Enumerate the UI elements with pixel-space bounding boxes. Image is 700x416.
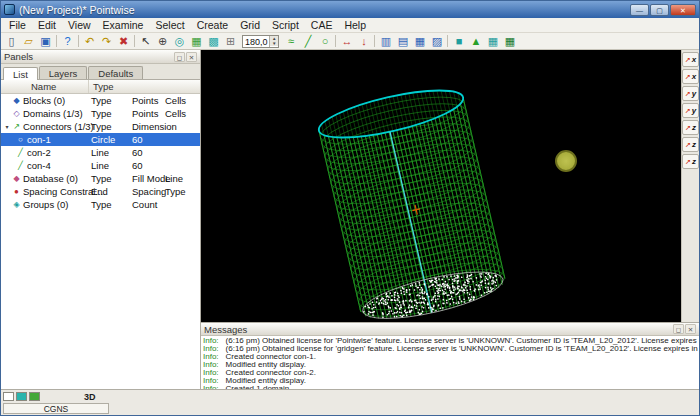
examine-mesh-icon[interactable]: ▦ (484, 34, 501, 49)
messages-close-icon[interactable]: ✕ (685, 324, 696, 334)
toolbar-separator (335, 35, 336, 47)
axis-letter: x (692, 72, 696, 81)
menu-file[interactable]: File (3, 18, 32, 32)
menu-grid[interactable]: Grid (234, 18, 266, 32)
rotation-angle-value: 180,0 (243, 36, 269, 47)
tree-row-label: con-2 (27, 147, 51, 158)
minimize-button[interactable]: — (630, 4, 649, 16)
dimension-mode-label: 3D (84, 392, 96, 402)
save-icon[interactable]: ▣ (37, 34, 54, 49)
new-file-icon[interactable]: ▯ (3, 34, 20, 49)
join-connector-icon[interactable]: ▤ (394, 34, 411, 49)
tree-row-con-4[interactable]: ╱con-4Line60 (1, 159, 200, 172)
maximize-button[interactable]: ▢ (650, 4, 669, 16)
entity-tree: ◆Blocks (0)TypePointsCells◇Domains (1/3)… (1, 94, 200, 389)
spin-down-icon[interactable]: ▼ (270, 41, 278, 46)
tree-row-col: Count (132, 199, 157, 210)
tab-layers[interactable]: Layers (39, 66, 88, 79)
extrude-icon[interactable]: ▲ (467, 34, 484, 49)
view-y-button-3[interactable]: ↗y (682, 103, 699, 118)
show-points-icon[interactable]: ▩ (205, 34, 222, 49)
menu-help[interactable]: Help (338, 18, 372, 32)
axis-arrow-icon: ↗ (685, 107, 691, 115)
unstructured-domain-icon[interactable]: ▨ (428, 34, 445, 49)
measure-icon[interactable]: ⊞ (222, 34, 239, 49)
view-x-button-1[interactable]: ↗x (682, 69, 699, 84)
toolbar-separator (374, 35, 375, 47)
view-y-button-2[interactable]: ↗y (682, 86, 699, 101)
tree-row-label: Database (0) (23, 173, 78, 184)
menu-edit[interactable]: Edit (32, 18, 62, 32)
menu-cae[interactable]: CAE (305, 18, 339, 32)
messages-log[interactable]: Info:(6:16 pm) Obtained license for 'Poi… (201, 336, 699, 389)
tab-list[interactable]: List (3, 67, 38, 80)
view-z-button-5[interactable]: ↗z (682, 137, 699, 152)
view-z-button-6[interactable]: ↗z (682, 154, 699, 169)
help-question-icon[interactable]: ? (59, 34, 76, 49)
tree-row-spacing-constrai-[interactable]: ●Spacing Constrai...EndSpacingType (1, 185, 200, 198)
create-circle-icon[interactable]: ○ (316, 34, 333, 49)
center-rotation-icon[interactable]: ◎ (171, 34, 188, 49)
tree-row-con-1[interactable]: ○con-1Circle60 (1, 133, 200, 146)
rotation-angle-input[interactable]: 180,0▲▼ (242, 35, 279, 48)
panel-close-icon[interactable]: ✕ (186, 52, 197, 62)
view-z-button-4[interactable]: ↗z (682, 120, 699, 135)
delete-icon[interactable]: ✖ (115, 34, 132, 49)
status-swatch-2 (29, 392, 40, 401)
menu-bar: FileEditViewExamineSelectCreateGridScrip… (1, 18, 699, 33)
spinner-arrows[interactable]: ▲▼ (269, 36, 278, 47)
show-grid-icon[interactable]: ▦ (188, 34, 205, 49)
view-orientation-toolbar: ↗x↗x↗y↗y↗z↗z↗z (681, 50, 699, 322)
title-bar[interactable]: (New Project)* Pointwise — ▢ ✕ (1, 1, 699, 18)
menu-examine[interactable]: Examine (97, 18, 150, 32)
axis-letter: z (692, 123, 696, 132)
axis-letter: y (692, 89, 696, 98)
tree-row-groups-0-[interactable]: ◈Groups (0)TypeCount (1, 198, 200, 211)
panel-float-icon[interactable]: ◻ (174, 52, 185, 62)
tree-row-blocks-0-[interactable]: ◆Blocks (0)TypePointsCells (1, 94, 200, 107)
display-viewport[interactable] (201, 50, 681, 322)
tree-row-domains-1-3-[interactable]: ◇Domains (1/3)TypePointsCells (1, 107, 200, 120)
menu-create[interactable]: Create (191, 18, 235, 32)
tree-row-con-2[interactable]: ╱con-2Line60 (1, 146, 200, 159)
project-entities-icon[interactable]: ↓ (355, 34, 372, 49)
messages-float-icon[interactable]: ◻ (673, 324, 684, 334)
status-swatch-1 (16, 392, 27, 401)
circle-connector-icon: ○ (15, 135, 26, 144)
open-folder-icon[interactable]: ▱ (20, 34, 37, 49)
tree-row-col: Type (91, 173, 112, 184)
cae-format-label: CGNS (3, 403, 109, 414)
create-spline-icon[interactable]: ≈ (282, 34, 299, 49)
split-connector-icon[interactable]: ▥ (377, 34, 394, 49)
select-pointer-icon[interactable]: ↖ (137, 34, 154, 49)
tree-header-type[interactable]: Type (89, 80, 200, 93)
zoom-icon[interactable]: ⊕ (154, 34, 171, 49)
menu-script[interactable]: Script (266, 18, 305, 32)
cae-solver-icon[interactable]: ▦ (501, 34, 518, 49)
tab-defaults[interactable]: Defaults (88, 66, 143, 79)
axis-arrow-icon: ↗ (685, 141, 691, 149)
menu-view[interactable]: View (62, 18, 97, 32)
cursor-indicator (555, 150, 577, 172)
redo-icon[interactable]: ↷ (98, 34, 115, 49)
tree-row-col: Line (91, 147, 109, 158)
tree-header[interactable]: Name Type (1, 80, 200, 94)
close-button[interactable]: ✕ (670, 4, 696, 16)
create-block-icon[interactable]: ■ (450, 34, 467, 49)
tree-row-connectors-1-3-[interactable]: ▾↗Connectors (1/3)TypeDimension (1, 120, 200, 133)
tree-row-col: 60 (132, 147, 143, 158)
create-line-icon[interactable]: ╱ (299, 34, 316, 49)
database-icon: ◆ (11, 174, 22, 183)
tree-row-col: 60 (132, 160, 143, 171)
messages-header: Messages ◻ ✕ (201, 323, 699, 336)
expander-icon[interactable]: ▾ (3, 123, 11, 130)
dimension-icon[interactable]: ↔ (338, 34, 355, 49)
tree-row-col: End (91, 186, 108, 197)
tree-header-name[interactable]: Name (1, 80, 89, 93)
app-logo-icon (4, 4, 15, 15)
structured-domain-icon[interactable]: ▦ (411, 34, 428, 49)
menu-select[interactable]: Select (149, 18, 190, 32)
view-x-button-0[interactable]: ↗x (682, 52, 699, 67)
tree-row-database-0-[interactable]: ◆Database (0)TypeFill ModeLine (1, 172, 200, 185)
undo-icon[interactable]: ↶ (81, 34, 98, 49)
